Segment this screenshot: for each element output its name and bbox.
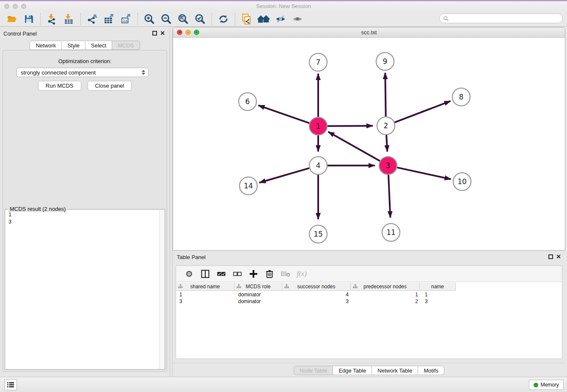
network-canvas[interactable]: 1234678910111415 [173, 38, 564, 250]
task-history-button[interactable] [4, 379, 17, 390]
edge-3-1[interactable] [328, 132, 380, 161]
tab-motifs[interactable]: Motifs [418, 366, 444, 375]
node-table: ⚙ [176, 265, 562, 359]
tab-node-table[interactable]: Node Table [294, 366, 333, 375]
column-header-shared-name[interactable]: shared name [176, 282, 234, 290]
node-label-9: 9 [383, 57, 388, 66]
minimize-window-button[interactable] [13, 4, 18, 9]
result-scrollbar[interactable] [159, 210, 164, 369]
column-header-MCDS-role[interactable]: MCDS role [234, 282, 282, 290]
edge-3-10[interactable] [397, 168, 451, 179]
network-zoom-button[interactable]: + [194, 30, 199, 35]
table-row[interactable]: 3dominator323 [176, 298, 562, 305]
delete-row-button[interactable] [263, 268, 276, 280]
export-network-button[interactable] [85, 13, 99, 25]
export-image-button[interactable] [119, 13, 133, 25]
close-window-button[interactable] [4, 4, 9, 9]
table-row[interactable]: 1dominator411 [176, 291, 562, 298]
table-cell[interactable]: 1 [352, 291, 421, 298]
close-panel-icon[interactable]: ✕ [160, 30, 165, 36]
import-table-button[interactable] [62, 13, 76, 25]
column-header-successor-nodes[interactable]: successor nodes [282, 282, 351, 290]
tab-mcds[interactable]: MCDS [112, 41, 140, 50]
open-file-button[interactable] [5, 13, 19, 25]
zoom-selected-button[interactable] [193, 13, 207, 25]
table-cell[interactable]: dominator [235, 291, 283, 298]
edge-2-9[interactable] [385, 73, 385, 116]
table-body[interactable]: 1dominator4113dominator323 [176, 291, 562, 305]
zoom-out-button[interactable] [160, 13, 173, 25]
edge-2-8[interactable] [395, 101, 451, 123]
mcds-result-box: 1 3 [5, 209, 165, 370]
export-table-button[interactable] [102, 13, 116, 25]
edge-3-11[interactable] [388, 175, 390, 218]
network-window: ✕ − + scc.txt 1234678910111415 [173, 27, 565, 251]
zoom-in-button[interactable] [143, 13, 156, 25]
table-cell[interactable]: 3 [283, 298, 352, 305]
edge-2-3[interactable] [386, 135, 387, 152]
memory-button[interactable]: Memory [529, 380, 564, 390]
tab-select[interactable]: Select [85, 41, 112, 50]
edge-1-6[interactable] [259, 105, 310, 123]
network-graph[interactable]: 1234678910111415 [173, 38, 564, 250]
table-cell[interactable]: dominator [235, 298, 283, 305]
search-field[interactable] [439, 14, 563, 23]
close-panel-button[interactable]: Close panel [88, 81, 132, 91]
show-all-button[interactable] [291, 13, 304, 25]
network-close-button[interactable]: ✕ [177, 30, 182, 35]
node-label-15: 15 [314, 230, 323, 238]
node-label-10: 10 [457, 177, 467, 186]
add-row-button[interactable] [247, 268, 260, 280]
first-neighbors-button[interactable] [257, 13, 270, 25]
tab-network-table[interactable]: Network Table [372, 366, 418, 375]
criterion-dropdown[interactable]: strongly connected component [17, 68, 149, 77]
network-window-title: scc.txt [173, 28, 565, 38]
table-header-row[interactable]: shared nameMCDS rolesuccessor nodesprede… [176, 282, 456, 291]
zoom-window-button[interactable] [21, 4, 26, 9]
table-cell[interactable]: 3 [176, 298, 235, 305]
table-settings-button[interactable]: ⚙ [183, 268, 195, 280]
tab-edge-table[interactable]: Edge Table [333, 366, 372, 375]
table-panel: Table Panel ✕ ⚙ [173, 251, 565, 377]
save-session-button[interactable] [22, 13, 36, 25]
tab-network[interactable]: Network [30, 41, 62, 50]
plus-icon [249, 270, 258, 278]
run-mcds-button[interactable]: Run MCDS [38, 81, 81, 91]
clone-network-button[interactable] [240, 13, 253, 25]
table-cell[interactable]: 3 [421, 298, 458, 305]
window-traffic-lights[interactable] [4, 4, 26, 9]
import-network-button[interactable] [45, 13, 59, 25]
close-table-panel-icon[interactable]: ✕ [556, 253, 561, 260]
table-cell[interactable]: 2 [352, 298, 421, 305]
float-panel-icon[interactable] [152, 31, 157, 36]
app-title: Session: New Session [0, 1, 567, 11]
float-table-panel-icon[interactable] [548, 254, 553, 259]
memory-label: Memory [541, 382, 559, 388]
tab-style[interactable]: Style [62, 41, 85, 50]
network-window-titlebar[interactable]: ✕ − + scc.txt [173, 28, 565, 38]
table-cell[interactable]: 4 [283, 291, 352, 298]
table-cell[interactable]: 1 [176, 291, 235, 298]
export-image-icon [120, 14, 132, 25]
table-panel-title: Table Panel [177, 254, 206, 260]
hide-selected-button[interactable] [274, 13, 287, 25]
edge-1-2[interactable] [328, 126, 373, 126]
delete-table-icon [281, 271, 291, 277]
select-all-button[interactable] [215, 268, 228, 280]
houses-icon [257, 14, 270, 25]
dropdown-stepper-icon [140, 70, 146, 75]
table-cell[interactable]: 1 [421, 291, 458, 298]
deselect-all-button[interactable] [231, 268, 244, 280]
trash-icon [266, 270, 273, 278]
show-columns-button[interactable] [199, 268, 212, 280]
memory-status-icon [534, 383, 538, 387]
zoom-fit-button[interactable] [176, 13, 190, 25]
column-header-name[interactable]: name [420, 282, 456, 290]
checked-boxes-icon [217, 271, 226, 276]
search-input[interactable] [449, 14, 562, 22]
refresh-button[interactable] [217, 13, 230, 25]
panel-splitter[interactable] [170, 27, 173, 377]
edge-4-14[interactable] [259, 168, 309, 182]
network-minimize-button[interactable]: − [185, 30, 191, 35]
column-header-predecessor-nodes[interactable]: predecessor nodes [351, 282, 420, 290]
